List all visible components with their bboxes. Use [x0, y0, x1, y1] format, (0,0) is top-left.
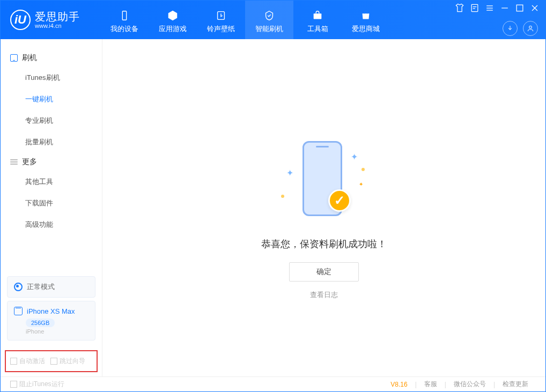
nav-tabs: 我的设备 应用游戏 铃声壁纸 智能刷机 工具箱 爱思商城 — [100, 1, 390, 39]
tab-ringtone[interactable]: 铃声壁纸 — [197, 1, 245, 39]
view-log-link[interactable]: 查看日志 — [310, 290, 338, 300]
svg-rect-2 — [122, 11, 126, 20]
status-box[interactable]: 正常模式 — [7, 276, 95, 298]
status-label: 正常模式 — [27, 282, 55, 292]
device-storage: 256GB — [26, 319, 55, 327]
sidebar-item-oneclick[interactable]: 一键刷机 — [1, 88, 102, 110]
device-box[interactable]: iPhone XS Max 256GB iPhone — [7, 301, 95, 341]
sidebar-group-more: 更多 — [1, 153, 102, 171]
wechat-link[interactable]: 微信公众号 — [446, 380, 493, 389]
svg-rect-4 — [314, 13, 322, 19]
svg-rect-1 — [517, 5, 523, 11]
body: 刷机 iTunes刷机 一键刷机 专业刷机 批量刷机 更多 其他工具 下载固件 … — [1, 39, 545, 376]
minimize-icon[interactable] — [499, 3, 510, 13]
success-area: ✓ ✦✦✦ 恭喜您，保资料刷机成功啦！ 确定 查看日志 — [261, 141, 387, 300]
tab-store[interactable]: 爱思商城 — [342, 1, 390, 39]
app-name: 爱思助手 — [35, 11, 80, 23]
sidebar-item-batch[interactable]: 批量刷机 — [1, 131, 102, 153]
sidebar-item-advanced[interactable]: 高级功能 — [1, 214, 102, 235]
app-url: www.i4.cn — [35, 23, 80, 29]
user-icon[interactable] — [523, 21, 538, 36]
header: iU 爱思助手 www.i4.cn 我的设备 应用游戏 铃声壁纸 智能刷机 — [1, 1, 545, 39]
logo-icon: iU — [10, 10, 31, 30]
sidebar: 刷机 iTunes刷机 一键刷机 专业刷机 批量刷机 更多 其他工具 下载固件 … — [1, 39, 102, 376]
download-icon[interactable] — [503, 21, 518, 36]
tab-mydevice[interactable]: 我的设备 — [100, 1, 149, 39]
success-message: 恭喜您，保资料刷机成功啦！ — [261, 238, 387, 250]
tab-flash[interactable]: 智能刷机 — [245, 1, 293, 39]
shirt-icon[interactable] — [454, 3, 465, 13]
tab-toolbox[interactable]: 工具箱 — [293, 1, 342, 39]
maximize-icon[interactable] — [514, 3, 525, 13]
version-label: V8.16 — [383, 381, 415, 388]
sidebar-item-pro[interactable]: 专业刷机 — [1, 110, 102, 131]
status-icon — [14, 283, 23, 291]
skip-guide-checkbox[interactable]: 跳过向导 — [50, 357, 85, 366]
hamburger-icon — [10, 159, 18, 165]
stop-itunes-checkbox[interactable]: 阻止iTunes运行 — [10, 380, 64, 389]
svg-point-5 — [529, 26, 532, 28]
ok-button[interactable]: 确定 — [289, 262, 359, 282]
sidebar-item-itunes[interactable]: iTunes刷机 — [1, 67, 102, 88]
main-panel: ✓ ✦✦✦ 恭喜您，保资料刷机成功啦！ 确定 查看日志 — [102, 39, 545, 376]
sidebar-menu-more: 其他工具 下载固件 高级功能 — [1, 171, 102, 235]
check-icon: ✓ — [328, 189, 351, 212]
device-type: iPhone — [26, 328, 88, 335]
logo: iU 爱思助手 www.i4.cn — [1, 10, 90, 30]
device-icon — [14, 307, 23, 315]
update-link[interactable]: 检查更新 — [495, 380, 536, 389]
close-icon[interactable] — [529, 3, 540, 13]
svg-rect-0 — [471, 4, 478, 11]
note-icon[interactable] — [469, 3, 480, 13]
sidebar-menu-flash: iTunes刷机 一键刷机 专业刷机 批量刷机 — [1, 67, 102, 153]
tab-apps[interactable]: 应用游戏 — [149, 1, 197, 39]
device-name: iPhone XS Max — [27, 307, 75, 315]
menu-icon[interactable] — [484, 3, 495, 13]
phone-icon — [10, 54, 18, 62]
auto-activate-checkbox[interactable]: 自动激活 — [10, 357, 45, 366]
title-controls — [454, 3, 540, 13]
phone-illustration: ✓ ✦✦✦ — [270, 141, 378, 221]
support-link[interactable]: 客服 — [417, 380, 445, 389]
sidebar-group-flash: 刷机 — [1, 49, 102, 67]
app-window: iU 爱思助手 www.i4.cn 我的设备 应用游戏 铃声壁纸 智能刷机 — [0, 0, 546, 392]
footer: 阻止iTunes运行 V8.16 | 客服 | 微信公众号 | 检查更新 — [1, 376, 545, 391]
sidebar-item-other[interactable]: 其他工具 — [1, 171, 102, 193]
header-right — [503, 21, 538, 36]
highlighted-options: 自动激活 跳过向导 — [5, 350, 98, 372]
sidebar-item-firmware[interactable]: 下载固件 — [1, 193, 102, 214]
